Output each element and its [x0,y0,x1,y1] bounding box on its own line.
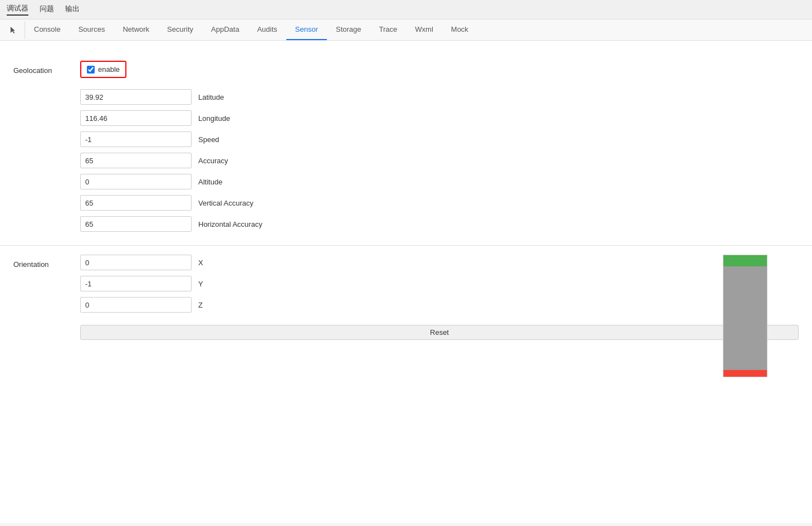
tab-appdata[interactable]: AppData [202,20,248,40]
vertical-accuracy-input[interactable] [80,195,192,211]
latitude-row: Latitude [80,89,799,105]
enable-row[interactable]: enable [80,61,126,78]
y-label: Y [198,280,203,288]
speed-input[interactable] [80,132,192,147]
longitude-row: Longitude [80,110,799,126]
x-label: X [198,259,203,267]
tab-storage[interactable]: Storage [327,20,370,40]
speed-label: Speed [198,135,219,144]
tab-mock[interactable]: Mock [442,20,477,40]
geolocation-fields: enable Latitude Longitude Speed [80,61,799,232]
vertical-accuracy-row: Vertical Accuracy [80,195,799,211]
tab-console[interactable]: Console [25,20,70,40]
accuracy-input[interactable] [80,153,192,168]
tab-network[interactable]: Network [114,20,158,40]
main-content: Geolocation enable Latitude Longitude [0,41,812,523]
x-row: X [80,255,799,270]
cursor-icon-container [2,21,25,39]
phone-visualization [723,255,767,377]
latitude-input[interactable] [80,89,192,105]
top-menu-issues[interactable]: 问题 [40,4,54,15]
longitude-label: Longitude [198,114,230,123]
phone-viz-top [723,255,767,266]
orientation-fields: X Y Z Reset [80,255,799,340]
latitude-label: Latitude [198,93,224,101]
tab-bar: Console Sources Network Security AppData… [0,20,812,41]
orientation-row: Orientation X Y Z Reset [13,255,799,340]
enable-label: enable [98,65,120,74]
enable-checkbox[interactable] [87,66,95,74]
altitude-row: Altitude [80,174,799,189]
tab-sensor[interactable]: Sensor [286,20,327,40]
z-row: Z [80,297,799,313]
geolocation-label: Geolocation [13,61,80,75]
reset-button[interactable]: Reset [80,325,799,340]
y-row: Y [80,276,799,291]
top-menu-output[interactable]: 输出 [65,4,80,15]
altitude-label: Altitude [198,178,222,186]
speed-row: Speed [80,132,799,147]
altitude-input[interactable] [80,174,192,189]
tab-security[interactable]: Security [158,20,202,40]
tab-audits[interactable]: Audits [248,20,286,40]
phone-viz-middle [723,266,767,370]
horizontal-accuracy-row: Horizontal Accuracy [80,216,799,232]
x-input[interactable] [80,255,192,270]
longitude-input[interactable] [80,110,192,126]
horizontal-accuracy-label: Horizontal Accuracy [198,220,262,228]
orientation-label: Orientation [13,255,80,269]
accuracy-row: Accuracy [80,153,799,168]
z-input[interactable] [80,297,192,313]
tab-trace[interactable]: Trace [370,20,407,40]
phone-viz-bottom [723,370,767,377]
z-label: Z [198,301,203,309]
top-menu-debugger[interactable]: 调试器 [7,3,28,16]
horizontal-accuracy-input[interactable] [80,216,192,232]
geolocation-row: Geolocation enable Latitude Longitude [13,61,799,232]
y-input[interactable] [80,276,192,291]
cursor-icon [9,26,18,35]
top-menu-bar: 调试器 问题 输出 [0,0,812,20]
accuracy-label: Accuracy [198,157,228,165]
tab-wxml[interactable]: Wxml [406,20,442,40]
vertical-accuracy-label: Vertical Accuracy [198,199,253,207]
tab-sources[interactable]: Sources [70,20,114,40]
geolocation-section: Geolocation enable Latitude Longitude [0,52,812,246]
orientation-section: Orientation X Y Z Reset [0,246,812,353]
